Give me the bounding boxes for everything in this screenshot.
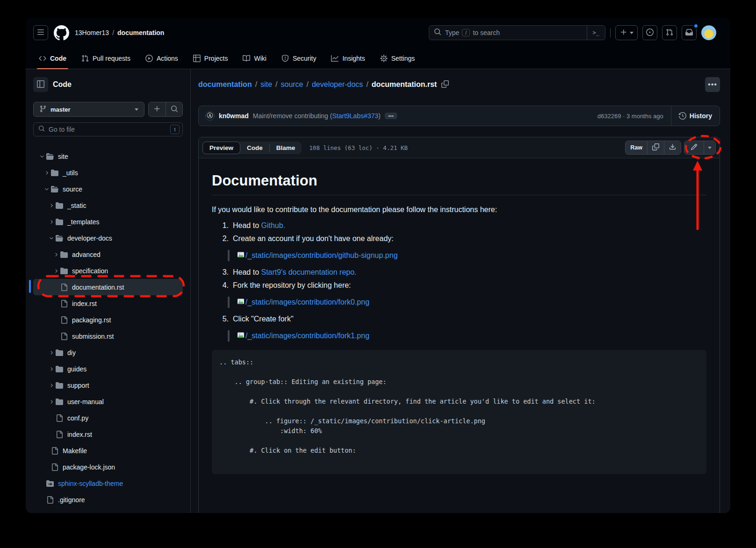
tree-item-specification[interactable]: specification: [33, 263, 183, 279]
commit-pr-link[interactable]: Start9Labs#373: [332, 112, 378, 120]
go-to-file-input[interactable]: Go to file t: [33, 122, 183, 136]
tab-actions[interactable]: Actions: [140, 48, 184, 69]
breadcrumb-segment-developer-docs[interactable]: developer-docs: [312, 80, 363, 89]
tree-item-index-rst[interactable]: index.rst: [33, 295, 183, 312]
repo-name-link[interactable]: documentation: [117, 29, 164, 36]
tree-item-submission-rst[interactable]: submission.rst: [33, 328, 183, 344]
tree-item-label: _static: [67, 202, 86, 209]
history-clock-icon: [679, 112, 686, 120]
file-viewer: PreviewCodeBlame 108 lines (63 loc) · 4.…: [198, 137, 720, 513]
step-link[interactable]: Github.: [261, 221, 285, 229]
tree-item-label: specification: [72, 267, 108, 275]
tab-insights[interactable]: Insights: [325, 48, 370, 69]
tree-item-advanced[interactable]: advanced: [33, 246, 183, 263]
view-tab-blame[interactable]: Blame: [270, 142, 302, 154]
tree-item-support[interactable]: support: [33, 377, 183, 393]
tree-item-gitignore[interactable]: .gitignore: [33, 491, 183, 508]
issue-opened-icon: [646, 28, 654, 37]
repo-nav-tabs: CodePull requestsActionsProjectsWikiSecu…: [26, 48, 730, 69]
branch-selector[interactable]: master: [33, 102, 144, 117]
tree-item-package-lock-json[interactable]: package-lock.json: [33, 459, 183, 475]
download-raw-button[interactable]: [664, 141, 681, 154]
chevron-down-icon: [135, 108, 138, 111]
issues-button[interactable]: [642, 25, 657, 40]
tab-security[interactable]: Security: [276, 48, 322, 69]
tree-item-site[interactable]: site: [33, 148, 183, 164]
tree-item-makefile[interactable]: Makefile: [33, 442, 183, 459]
tree-item-label: index.rst: [67, 431, 92, 438]
step-number: 5.: [220, 315, 229, 323]
collapse-sidebar-button[interactable]: [33, 77, 48, 92]
breadcrumb-segment-source[interactable]: source: [281, 80, 303, 89]
step-text: Create an account if you don't have one …: [233, 235, 394, 243]
search-this-repo-button[interactable]: [166, 102, 182, 116]
chevron-right-icon: [47, 383, 56, 388]
tree-item-user-manual[interactable]: user-manual: [33, 393, 183, 410]
tree-item-label: package-lock.json: [63, 463, 115, 471]
more-options-button[interactable]: •••: [705, 77, 720, 92]
tree-item-packaging-rst[interactable]: packaging.rst: [33, 312, 183, 328]
add-file-button[interactable]: [149, 102, 166, 116]
edit-file-button[interactable]: [684, 141, 704, 154]
tree-item-label: sphinx-scylladb-theme: [58, 480, 123, 487]
branch-name: master: [50, 106, 71, 113]
commit-author-avatar[interactable]: Ⓐ: [205, 111, 215, 121]
create-new-button[interactable]: [615, 25, 638, 40]
tree-item-diy[interactable]: diy: [33, 344, 183, 361]
pull-requests-button[interactable]: [662, 25, 677, 40]
breadcrumb-segment-documentation[interactable]: documentation: [198, 80, 252, 89]
tree-item-templates[interactable]: _templates: [33, 214, 183, 230]
tree-item-documentation-rst[interactable]: documentation.rst: [33, 279, 183, 295]
tree-item-source[interactable]: source: [33, 181, 183, 197]
broken-image-link[interactable]: /_static/images/contribution/fork0.png: [237, 298, 369, 307]
repo-owner-link[interactable]: 13Homer13: [75, 29, 109, 36]
tree-item-sphinx-scylladb-theme[interactable]: sphinx-scylladb-theme: [33, 475, 183, 491]
broken-image-link[interactable]: /_static/images/contribution/github-sign…: [237, 251, 398, 260]
step-link[interactable]: Start9's documentation repo.: [261, 268, 356, 276]
tab-wiki[interactable]: Wiki: [237, 48, 272, 69]
expand-commit-message-button[interactable]: •••: [385, 113, 397, 119]
command-palette-icon[interactable]: >_: [587, 26, 605, 40]
broken-image-link[interactable]: /_static/images/contribution/fork1.png: [237, 331, 369, 341]
projects-icon: [193, 55, 201, 62]
raw-button[interactable]: Raw: [626, 141, 647, 154]
image-blockquote: /_static/images/contribution/fork0.png: [228, 297, 706, 308]
copy-raw-button[interactable]: [647, 141, 664, 154]
tree-item-index-rst[interactable]: index.rst: [33, 426, 183, 442]
copy-path-button[interactable]: [441, 80, 449, 89]
step-number: 1.: [220, 221, 229, 230]
search-placeholder: Type: [445, 29, 459, 36]
security-icon: [281, 55, 289, 62]
tree-item-label: .gitignore: [58, 496, 85, 504]
tree-item-developer-docs[interactable]: developer-docs: [33, 230, 183, 246]
step-text: Head to Github.: [233, 221, 285, 230]
selected-file-indicator: [29, 280, 31, 293]
copy-icon: [652, 143, 659, 152]
commit-author-link[interactable]: kn0wmad: [219, 112, 249, 120]
view-tab-code[interactable]: Code: [240, 142, 269, 154]
github-logo-icon[interactable]: [54, 25, 69, 41]
tab-code[interactable]: Code: [33, 48, 72, 69]
image-blockquote: /_static/images/contribution/github-sign…: [228, 250, 706, 261]
hamburger-menu-button[interactable]: [33, 25, 48, 40]
folder-icon: [60, 267, 68, 275]
insights-icon: [331, 55, 338, 62]
tree-item-conf-py[interactable]: conf.py: [33, 410, 183, 426]
view-tab-preview[interactable]: Preview: [202, 142, 240, 154]
history-button[interactable]: History: [671, 106, 720, 126]
pull-requests-icon: [81, 55, 89, 62]
breadcrumb-segment-site[interactable]: site: [260, 80, 272, 89]
tree-item-static[interactable]: _static: [33, 197, 183, 214]
breadcrumb-separator: /: [252, 80, 260, 89]
edit-options-dropdown[interactable]: [704, 141, 715, 154]
tree-item-label: source: [63, 185, 82, 193]
global-search-input[interactable]: Type / to search >_: [429, 25, 605, 40]
chevron-right-icon: [52, 252, 60, 257]
tree-item-utils[interactable]: _utils: [33, 164, 183, 181]
tab-projects[interactable]: Projects: [187, 48, 234, 69]
tree-item-guides[interactable]: guides: [33, 361, 183, 377]
tab-settings[interactable]: Settings: [374, 48, 421, 69]
user-avatar[interactable]: [701, 25, 716, 40]
chevron-right-icon: [47, 399, 56, 405]
tab-pull-requests[interactable]: Pull requests: [76, 48, 136, 69]
